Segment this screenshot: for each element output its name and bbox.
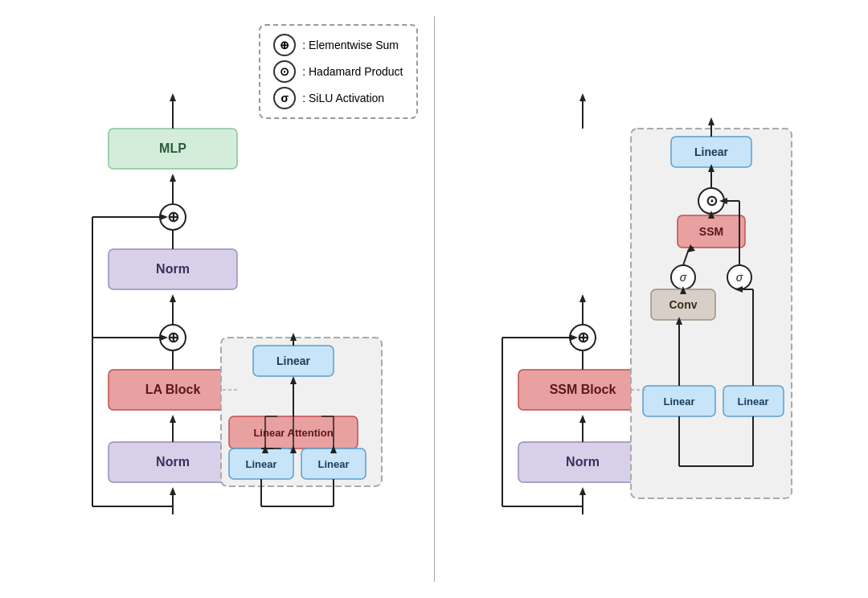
legend-hadamard-label: : Hadamard Product [302, 65, 403, 78]
legend-hadamard-symbol: ⊙ [273, 60, 296, 83]
legend-silu-symbol: σ [273, 87, 296, 109]
svg-marker-16 [170, 294, 176, 302]
svg-text:Linear: Linear [317, 458, 349, 470]
svg-text:σ: σ [680, 271, 687, 284]
main-container: ⊕ : Elementwise Sum ⊙ : Hadamard Product… [0, 0, 868, 598]
svg-marker-26 [170, 174, 176, 182]
legend-silu-label: : SiLU Activation [302, 92, 384, 104]
svg-marker-77 [579, 415, 586, 423]
legend-item-silu: σ : SiLU Activation [273, 87, 403, 109]
svg-text:Linear: Linear [738, 395, 769, 408]
svg-text:Linear: Linear [694, 145, 729, 158]
left-diagram: ⊕ : Elementwise Sum ⊙ : Hadamard Product… [24, 16, 434, 582]
legend-sum-symbol: ⊕ [273, 34, 296, 56]
svg-text:σ: σ [736, 271, 743, 284]
legend-box: ⊕ : Elementwise Sum ⊙ : Hadamard Product… [259, 24, 417, 119]
legend-item-hadamard: ⊙ : Hadamard Product [273, 60, 403, 83]
svg-text:⊙: ⊙ [706, 193, 718, 209]
svg-text:Norm: Norm [566, 455, 600, 469]
svg-text:LA Block: LA Block [145, 383, 200, 396]
svg-marker-90 [579, 93, 586, 101]
svg-marker-1 [170, 487, 176, 495]
svg-text:⊕: ⊕ [166, 209, 178, 225]
svg-text:Norm: Norm [156, 262, 190, 276]
legend-item-sum: ⊕ : Elementwise Sum [273, 34, 403, 56]
svg-marker-73 [579, 487, 586, 495]
svg-text:Conv: Conv [669, 298, 698, 311]
svg-marker-88 [579, 294, 586, 302]
svg-text:MLP: MLP [159, 141, 186, 155]
legend-sum-label: : Elementwise Sum [302, 39, 399, 51]
right-diagram-svg: Norm SSM Block ⊕ [478, 32, 800, 530]
svg-text:Linear: Linear [245, 458, 276, 470]
svg-text:Norm: Norm [156, 455, 190, 469]
svg-marker-5 [170, 415, 176, 423]
svg-text:SSM Block: SSM Block [550, 383, 616, 396]
svg-text:⊕: ⊕ [577, 330, 589, 346]
svg-marker-30 [170, 93, 176, 101]
svg-text:Linear: Linear [664, 395, 695, 408]
svg-text:⊕: ⊕ [166, 330, 178, 346]
diagram-area: ⊕ : Elementwise Sum ⊙ : Hadamard Product… [0, 0, 868, 598]
svg-text:Linear: Linear [276, 354, 311, 367]
svg-marker-95 [708, 117, 714, 125]
svg-text:SSM: SSM [699, 225, 723, 238]
right-diagram: Norm SSM Block ⊕ [434, 16, 845, 582]
